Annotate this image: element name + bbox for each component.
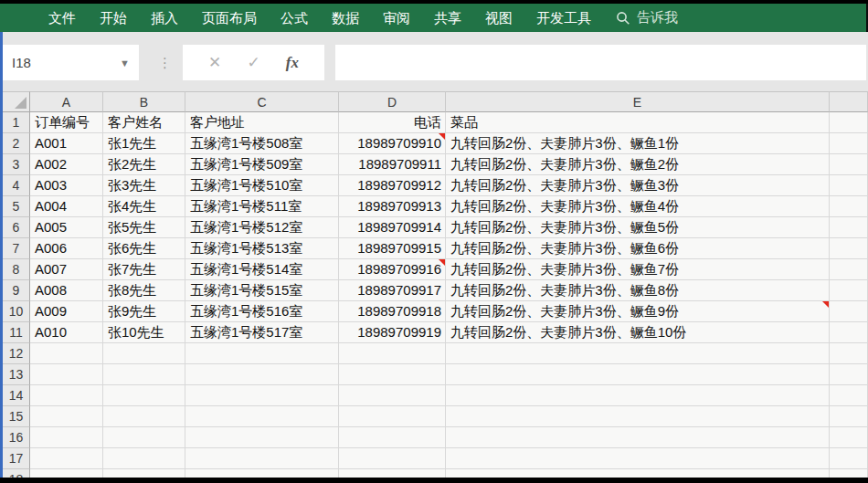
cell-F14[interactable] [830, 385, 868, 406]
cell-C15[interactable] [185, 406, 339, 427]
ribbon-tab-share[interactable]: 共享 [422, 4, 473, 32]
cell-C10[interactable]: 五缘湾1号楼516室 [185, 301, 339, 322]
cell-A13[interactable] [30, 364, 103, 385]
cell-D3[interactable]: 18989709911 [339, 154, 446, 175]
cell-B3[interactable]: 张2先生 [103, 154, 185, 175]
cell-F2[interactable] [830, 133, 868, 154]
cell-A7[interactable]: A006 [30, 238, 103, 259]
cell-B5[interactable]: 张4先生 [103, 196, 185, 217]
cell-E13[interactable] [446, 364, 830, 385]
cell-D4[interactable]: 18989709912 [339, 175, 446, 196]
cell-A6[interactable]: A005 [30, 217, 103, 238]
cell-E7[interactable]: 九转回肠2份、夫妻肺片3份、鳜鱼6份 [446, 238, 830, 259]
cell-B9[interactable]: 张8先生 [103, 280, 185, 301]
cell-D1[interactable]: 电话 [339, 112, 446, 133]
ribbon-tab-developer-tools[interactable]: 开发工具 [524, 4, 603, 32]
col-header-A[interactable]: A [30, 91, 103, 112]
cell-E1[interactable]: 菜品 [446, 112, 830, 133]
ribbon-tab-data[interactable]: 数据 [320, 4, 371, 32]
cell-B13[interactable] [103, 364, 185, 385]
cell-C18[interactable] [185, 469, 339, 478]
cell-A11[interactable]: A010 [30, 322, 103, 343]
cell-B2[interactable]: 张1先生 [103, 133, 185, 154]
cell-B12[interactable] [103, 343, 185, 364]
cell-C14[interactable] [185, 385, 339, 406]
cell-A17[interactable] [30, 448, 103, 469]
cell-C13[interactable] [185, 364, 339, 385]
ribbon-tab-view[interactable]: 视图 [473, 4, 524, 32]
cell-A10[interactable]: A009 [30, 301, 103, 322]
cell-C12[interactable] [185, 343, 339, 364]
cell-D13[interactable] [339, 364, 446, 385]
cell-D11[interactable]: 18989709919 [339, 322, 446, 343]
cell-D14[interactable] [339, 385, 446, 406]
cell-F9[interactable] [830, 280, 868, 301]
col-header-E[interactable]: E [446, 91, 830, 112]
row-header-10[interactable]: 10 [3, 301, 30, 322]
cell-D15[interactable] [339, 406, 446, 427]
cell-F15[interactable] [830, 406, 868, 427]
cell-E9[interactable]: 九转回肠2份、夫妻肺片3份、鳜鱼8份 [446, 280, 830, 301]
cell-F17[interactable] [830, 448, 868, 469]
row-header-11[interactable]: 11 [3, 322, 30, 343]
cell-F11[interactable] [830, 322, 868, 343]
cell-C3[interactable]: 五缘湾1号楼509室 [185, 154, 339, 175]
cell-E16[interactable] [446, 427, 830, 448]
select-all-corner[interactable] [3, 91, 30, 112]
col-header-C[interactable]: C [185, 91, 339, 112]
row-header-18[interactable]: 18 [3, 469, 30, 478]
cell-F10[interactable] [830, 301, 868, 322]
cell-D17[interactable] [339, 448, 446, 469]
cell-F4[interactable] [830, 175, 868, 196]
cell-B17[interactable] [103, 448, 185, 469]
cell-E18[interactable] [446, 469, 830, 478]
col-header-D[interactable]: D [339, 91, 446, 112]
cell-D2[interactable]: 18989709910 [339, 133, 446, 154]
cell-E3[interactable]: 九转回肠2份、夫妻肺片3份、鳜鱼2份 [446, 154, 830, 175]
cell-E17[interactable] [446, 448, 830, 469]
tell-me-button[interactable]: 告诉我 [616, 9, 678, 26]
cell-B8[interactable]: 张7先生 [103, 259, 185, 280]
insert-function-icon[interactable]: fx [286, 54, 299, 72]
row-header-17[interactable]: 17 [3, 448, 30, 469]
row-header-2[interactable]: 2 [3, 133, 30, 154]
cell-C4[interactable]: 五缘湾1号楼510室 [185, 175, 339, 196]
cell-E6[interactable]: 九转回肠2份、夫妻肺片3份、鳜鱼5份 [446, 217, 830, 238]
ribbon-tab-file[interactable]: 文件 [37, 4, 88, 32]
cell-F16[interactable] [830, 427, 868, 448]
cell-E11[interactable]: 九转回肠2份、夫妻肺片3份、鳜鱼10份 [446, 322, 830, 343]
cell-B7[interactable]: 张6先生 [103, 238, 185, 259]
row-header-13[interactable]: 13 [3, 364, 30, 385]
name-box-dropdown-icon[interactable]: ▼ [120, 58, 130, 68]
ribbon-tab-home[interactable]: 开始 [88, 4, 139, 32]
cell-C8[interactable]: 五缘湾1号楼514室 [185, 259, 339, 280]
cell-A1[interactable]: 订单编号 [30, 112, 103, 133]
cell-C6[interactable]: 五缘湾1号楼512室 [185, 217, 339, 238]
cell-D16[interactable] [339, 427, 446, 448]
cell-D12[interactable] [339, 343, 446, 364]
row-header-7[interactable]: 7 [3, 238, 30, 259]
cell-A2[interactable]: A001 [30, 133, 103, 154]
cell-C7[interactable]: 五缘湾1号楼513室 [185, 238, 339, 259]
cell-D18[interactable] [339, 469, 446, 478]
row-header-15[interactable]: 15 [3, 406, 30, 427]
cell-F1[interactable] [830, 112, 868, 133]
row-header-9[interactable]: 9 [3, 280, 30, 301]
cell-D7[interactable]: 18989709915 [339, 238, 446, 259]
cell-B11[interactable]: 张10先生 [103, 322, 185, 343]
row-header-6[interactable]: 6 [3, 217, 30, 238]
col-header-stub[interactable] [830, 91, 868, 112]
cell-F3[interactable] [830, 154, 868, 175]
cell-E10[interactable]: 九转回肠2份、夫妻肺片3份、鳜鱼9份 [446, 301, 830, 322]
ribbon-tab-insert[interactable]: 插入 [139, 4, 190, 32]
cell-C2[interactable]: 五缘湾1号楼508室 [185, 133, 339, 154]
cell-D6[interactable]: 18989709914 [339, 217, 446, 238]
row-header-4[interactable]: 4 [3, 175, 30, 196]
name-box[interactable]: I18 ▼ [3, 45, 139, 80]
cancel-icon[interactable]: ✕ [208, 53, 221, 72]
row-header-1[interactable]: 1 [3, 112, 30, 133]
cell-E2[interactable]: 九转回肠2份、夫妻肺片3份、鳜鱼1份 [446, 133, 830, 154]
cell-E14[interactable] [446, 385, 830, 406]
cell-B1[interactable]: 客户姓名 [103, 112, 185, 133]
formula-bar-input[interactable] [335, 45, 866, 80]
